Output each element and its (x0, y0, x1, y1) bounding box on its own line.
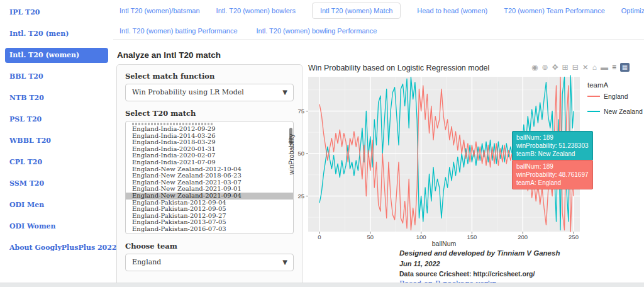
autoscale-icon[interactable]: ✕ (582, 63, 589, 72)
legend-label: New Zealand (604, 108, 643, 115)
x-tick-label: 250 (569, 234, 579, 240)
y-tick-label: 25 (297, 193, 304, 200)
sidebar-item-odi-women[interactable]: ODI Women (5, 219, 108, 234)
sidebar-item-odi-men[interactable]: ODI Men (5, 198, 108, 213)
app-root: IPL T20Intl. T20 (men)Intl. T20 (women)B… (0, 0, 644, 287)
chart-title: Win Probability based on Logistic Regres… (308, 64, 489, 72)
tab-optimization[interactable]: Optimization (621, 3, 644, 18)
zoom-icon[interactable]: ⊚ (541, 63, 548, 72)
match-option[interactable]: England-India-2012-09-29 (126, 126, 293, 133)
team-select[interactable]: England ▼ (125, 254, 294, 271)
tooltip-ballnum: ballNum: 189 (516, 162, 589, 171)
tooltip-ballnum: ballNum: 189 (516, 133, 589, 142)
sidebar-item-ntb-t20[interactable]: NTB T20 (5, 91, 108, 106)
tab-intl-t20-women-bowlers[interactable]: Intl. T20 (women) bowlers (216, 3, 296, 18)
reset-axes-icon[interactable]: ⌂ (592, 63, 597, 72)
tab-intl-t20-women-batsman[interactable]: Intl T20 (women)/batsman (119, 3, 200, 18)
page-title: Analyze an Intl T20 match (117, 50, 221, 60)
team-label: Choose team (125, 242, 294, 250)
sidebar-item-ssm-t20[interactable]: SSM T20 (5, 176, 108, 191)
match-function-value: Win Probability using LR Model (132, 88, 244, 96)
camera-icon[interactable]: ◉ (531, 63, 538, 72)
sidebar-item-psl-t20[interactable]: PSL T20 (5, 112, 108, 127)
match-listbox[interactable]: England-India-2012-09-29England-India-20… (125, 121, 294, 234)
y-tick-label: 75 (297, 108, 304, 115)
match-option[interactable]: England-India-2021-07-09 (126, 159, 293, 166)
pan-icon[interactable]: ✥ (552, 63, 558, 72)
match-option[interactable]: England-New Zealand-2021-09-04 (126, 193, 293, 200)
legend-line-swatch (587, 111, 600, 112)
sidebar-nav: IPL T20Intl. T20 (men)Intl. T20 (women)B… (0, 0, 113, 287)
chevron-down-icon: ▼ (282, 84, 287, 101)
date-line: Jun 11, 2022 (399, 260, 440, 267)
sidebar-item-cpl-t20[interactable]: CPL T20 (5, 155, 108, 170)
legend-item-england[interactable]: England (587, 93, 643, 100)
sidebar-item-intl-t20-women-[interactable]: Intl. T20 (women) (5, 48, 108, 63)
sidebar-item-about-googlyplusplus-2022[interactable]: About GooglyPlusPlus 2022 (5, 240, 108, 256)
chevron-down-icon: ▼ (282, 254, 287, 271)
hover-tooltip-team-b: ballNum: 189 winProbability: 51.238303 t… (512, 131, 593, 160)
hover-compare-icon[interactable]: ≡ (612, 63, 616, 72)
chart-legend: teamA EnglandNew Zealand (587, 81, 643, 123)
plotly-logo-icon[interactable]: ▦ (620, 63, 630, 72)
x-axis-label: ballNum (432, 240, 457, 247)
tabs-divider (113, 39, 644, 40)
clipped-list-row (132, 123, 214, 125)
plotly-toolbar: ◉⊚✥⊞⊟✕⌂▬≡▦ (531, 63, 630, 72)
sidebar-item-bbl-t20[interactable]: BBL T20 (5, 69, 108, 84)
zoom-out-icon[interactable]: ⊟ (572, 63, 579, 72)
tooltip-winprob: winProbability: 51.238303 (516, 142, 589, 150)
legend-item-new-zealand[interactable]: New Zealand (587, 108, 643, 115)
zoom-in-icon[interactable]: ⊞ (562, 63, 569, 72)
data-source-line: Data source Cricsheet: http://cricsheet.… (399, 270, 535, 278)
bottom-strip (0, 283, 644, 287)
x-tick-label: 50 (367, 234, 374, 240)
y-axis-label: winProbability (288, 133, 295, 176)
controls-panel: Select match function Win Probability us… (116, 64, 303, 287)
hover-tooltip-team-a: ballNum: 189 winProbability: 48.761697 t… (512, 160, 593, 189)
x-tick-label: 200 (518, 234, 528, 240)
sidebar-item-intl-t20-men-[interactable]: Intl. T20 (men) (5, 26, 108, 42)
tab-row-2: Intl. T20 (women) batting PerformanceInt… (119, 23, 377, 38)
legend-entries: EnglandNew Zealand (587, 93, 643, 115)
match-items: England-India-2012-09-29England-India-20… (126, 126, 293, 233)
tab-intl-t20-women-batting-performance[interactable]: Intl. T20 (women) batting Performance (119, 23, 238, 38)
tooltip-winprob: winProbability: 48.761697 (516, 171, 589, 179)
legend-title: teamA (587, 81, 643, 89)
hover-closest-icon[interactable]: ▬ (601, 63, 608, 72)
x-tick-label: 100 (416, 234, 426, 240)
sidebar-item-wbbl-t20[interactable]: WBBL T20 (5, 133, 108, 149)
match-function-label: Select match function (125, 72, 294, 81)
team-value: England (132, 258, 161, 266)
x-tick-label: 150 (467, 234, 477, 240)
tab-row-1: Intl T20 (women)/batsmanIntl. T20 (women… (119, 3, 644, 19)
tooltip-team: teamB: New Zealand (516, 150, 589, 158)
sidebar-item-ipl-t20[interactable]: IPL T20 (5, 5, 108, 20)
match-list-label: Select T20 match (125, 109, 294, 118)
tab-intl-t20-women-bowling-performance[interactable]: Intl. T20 (women) bowling Performance (257, 23, 377, 38)
tab-intl-t20-women-match[interactable]: Intl T20 (women) Match (312, 3, 401, 19)
tab-t20-women-team-performance[interactable]: T20 (women) Team Performance (504, 3, 605, 18)
match-function-select[interactable]: Win Probability using LR Model ▼ (125, 84, 294, 101)
credit-line: Designed and developed by Tinniam V Gane… (399, 249, 560, 257)
legend-line-swatch (587, 96, 600, 97)
x-tick-label: 0 (318, 234, 321, 240)
tab-head-to-head-women-[interactable]: Head to head (women) (417, 3, 487, 18)
y-tick-label: 50 (297, 150, 304, 157)
match-option[interactable]: England-Pakistan-2016-07-03 (126, 226, 293, 233)
tooltip-team: teamA: England (516, 179, 589, 187)
legend-label: England (604, 93, 628, 100)
